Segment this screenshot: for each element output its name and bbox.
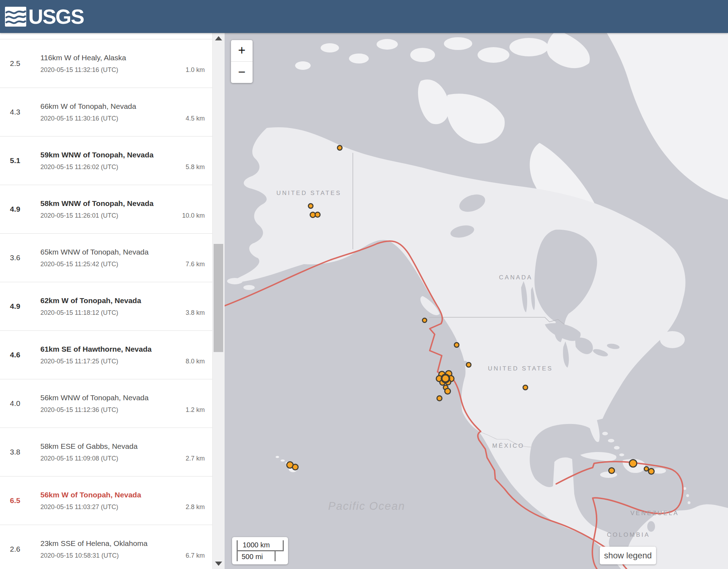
earthquake-list-item[interactable]: 4.9 58km WNW of Tonopah, Nevada 2020-05-… xyxy=(0,185,212,234)
event-location: 56km W of Tonopah, Nevada xyxy=(40,491,205,499)
earthquake-marker[interactable] xyxy=(466,362,472,368)
earthquake-marker[interactable] xyxy=(454,342,459,348)
event-depth: 10.0 km xyxy=(182,212,205,219)
scale-km-label: 1000 km xyxy=(243,541,270,549)
event-depth: 2.8 km xyxy=(186,503,205,511)
event-depth: 3.8 km xyxy=(186,309,205,317)
earthquake-marker[interactable] xyxy=(436,395,442,401)
event-time: 2020-05-15 11:03:27 (UTC) xyxy=(40,503,118,511)
magnitude-value: 3.6 xyxy=(0,253,40,262)
event-location: 61km SE of Hawthorne, Nevada xyxy=(40,345,205,353)
earthquake-list-item[interactable]: 3.6 65km WNW of Tonopah, Nevada 2020-05-… xyxy=(0,234,212,282)
event-depth: 6.7 km xyxy=(186,552,205,559)
magnitude-value: 4.9 xyxy=(0,302,40,311)
magnitude-value: 6.5 xyxy=(0,496,40,505)
ocean-label: Pacific Ocean xyxy=(328,500,405,513)
earthquake-list-item[interactable]: 4.6 61km SE of Hawthorne, Nevada 2020-05… xyxy=(0,331,212,379)
event-depth: 1.0 km xyxy=(186,66,205,74)
region-label: VENEZUELA xyxy=(630,510,679,517)
region-label: CANADA xyxy=(499,274,533,281)
event-location: 58km WNW of Tonopah, Nevada xyxy=(40,199,205,208)
event-depth: 1.2 km xyxy=(186,406,205,414)
event-location: 116km W of Healy, Alaska xyxy=(40,54,205,62)
earthquake-rows-container: 2.5 116km W of Healy, Alaska 2020-05-15 … xyxy=(0,39,212,569)
show-legend-button[interactable]: show legend xyxy=(600,547,656,564)
scale-mi-label: 500 mi xyxy=(242,553,263,561)
event-location: 62km W of Tonopah, Nevada xyxy=(40,296,205,305)
earthquake-marker[interactable] xyxy=(315,212,321,218)
event-location: 65km WNW of Tonopah, Nevada xyxy=(40,248,205,256)
magnitude-value: 4.0 xyxy=(0,399,40,408)
event-location: 56km WNW of Tonopah, Nevada xyxy=(40,394,205,402)
earthquake-marker[interactable] xyxy=(629,459,637,468)
scroll-up-icon[interactable] xyxy=(215,36,222,40)
event-time: 2020-05-15 11:32:16 (UTC) xyxy=(40,66,118,74)
event-depth: 4.5 km xyxy=(186,115,205,122)
earthquake-list-item[interactable]: 2.6 23km SSE of Helena, Oklahoma 2020-05… xyxy=(0,525,212,569)
event-location: 58km ESE of Gabbs, Nevada xyxy=(40,442,205,451)
magnitude-value: 4.9 xyxy=(0,205,40,213)
event-location: 66km W of Tonopah, Nevada xyxy=(40,102,205,111)
earthquake-list-item[interactable]: 4.0 56km WNW of Tonopah, Nevada 2020-05-… xyxy=(0,379,212,428)
earthquake-marker[interactable] xyxy=(523,385,528,390)
usgs-logo-text: USGS xyxy=(28,7,84,27)
event-time: 2020-05-15 11:25:42 (UTC) xyxy=(40,261,118,268)
event-depth: 7.6 km xyxy=(186,261,205,268)
event-depth: 2.7 km xyxy=(186,455,205,462)
zoom-out-button[interactable]: − xyxy=(231,62,253,83)
earthquake-marker[interactable] xyxy=(648,468,655,475)
event-time: 2020-05-15 11:26:02 (UTC) xyxy=(40,163,118,171)
magnitude-value: 4.6 xyxy=(0,351,40,359)
earthquake-marker[interactable] xyxy=(292,464,299,470)
event-location: 59km WNW of Tonopah, Nevada xyxy=(40,151,205,159)
magnitude-value: 2.5 xyxy=(0,59,40,68)
event-time: 2020-05-15 11:30:16 (UTC) xyxy=(40,115,118,122)
magnitude-value: 5.1 xyxy=(0,156,40,165)
event-time: 2020-05-15 11:12:36 (UTC) xyxy=(40,406,118,414)
list-partial-row xyxy=(0,33,212,39)
earthquake-list-item[interactable]: 6.5 56km W of Tonopah, Nevada 2020-05-15… xyxy=(0,476,212,525)
earthquake-list-item[interactable]: 4.3 66km W of Tonopah, Nevada 2020-05-15… xyxy=(0,88,212,136)
earthquake-list-item[interactable]: 3.8 58km ESE of Gabbs, Nevada 2020-05-15… xyxy=(0,428,212,476)
earthquake-list-item[interactable]: 4.9 62km W of Tonopah, Nevada 2020-05-15… xyxy=(0,282,212,331)
region-label: MÉXICO xyxy=(492,442,524,450)
earthquake-marker[interactable] xyxy=(444,388,451,395)
scroll-down-icon[interactable] xyxy=(215,562,222,566)
event-time: 2020-05-15 11:17:25 (UTC) xyxy=(40,358,118,365)
list-scrollbar[interactable] xyxy=(212,33,225,569)
event-time: 2020-05-15 11:26:01 (UTC) xyxy=(40,212,118,219)
usgs-waves-icon xyxy=(5,7,26,27)
earthquake-marker[interactable] xyxy=(441,374,450,383)
event-time: 2020-05-15 11:18:12 (UTC) xyxy=(40,309,118,317)
event-time: 2020-05-15 11:09:08 (UTC) xyxy=(40,455,118,462)
basemap xyxy=(224,33,728,569)
earthquake-marker[interactable] xyxy=(608,467,615,474)
zoom-in-button[interactable]: + xyxy=(231,40,253,62)
event-depth: 8.0 km xyxy=(186,358,205,365)
region-label: UNITED STATES xyxy=(276,190,342,197)
earthquake-list-item[interactable]: 2.5 116km W of Healy, Alaska 2020-05-15 … xyxy=(0,39,212,88)
event-location: 23km SSE of Helena, Oklahoma xyxy=(40,539,205,548)
map-zoom-control: + − xyxy=(231,40,253,83)
magnitude-value: 4.3 xyxy=(0,108,40,116)
region-label: UNITED STATES xyxy=(488,365,553,372)
region-label: COLOMBIA xyxy=(607,531,650,539)
usgs-logo[interactable]: USGS xyxy=(5,7,84,27)
earthquake-marker[interactable] xyxy=(337,145,343,151)
event-depth: 5.8 km xyxy=(186,163,205,171)
magnitude-value: 3.8 xyxy=(0,448,40,456)
app-header: USGS xyxy=(0,0,728,33)
earthquake-marker[interactable] xyxy=(422,318,427,323)
magnitude-value: 2.6 xyxy=(0,545,40,553)
earthquake-map[interactable]: UNITED STATESCANADAUNITED STATESMÉXICOVE… xyxy=(224,33,728,569)
event-time: 2020-05-15 10:58:31 (UTC) xyxy=(40,552,119,559)
map-scale-bar: 1000 km 500 mi xyxy=(232,537,288,564)
scrollbar-thumb[interactable] xyxy=(214,244,223,352)
earthquake-marker[interactable] xyxy=(308,203,314,209)
earthquake-list-item[interactable]: 5.1 59km WNW of Tonopah, Nevada 2020-05-… xyxy=(0,136,212,185)
earthquake-list: 2.5 116km W of Healy, Alaska 2020-05-15 … xyxy=(0,33,212,569)
